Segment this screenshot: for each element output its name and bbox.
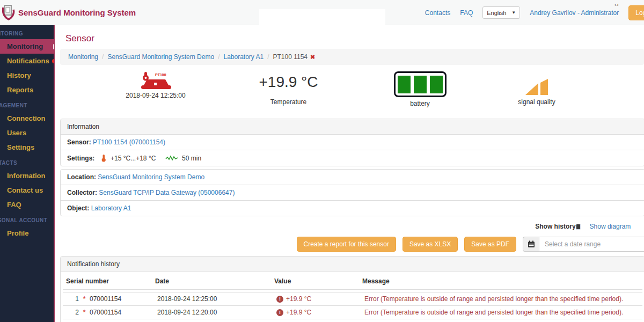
sidebar-item-label: Contact us bbox=[7, 186, 43, 194]
show-diagram-tab[interactable]: Show diagram bbox=[590, 223, 631, 230]
information-panel-title: Information bbox=[61, 119, 644, 135]
sidebar-item-faq[interactable]: FAQ bbox=[0, 197, 55, 212]
breadcrumb-monitoring[interactable]: Monitoring bbox=[68, 53, 98, 61]
row-serial: 070001154 bbox=[90, 309, 157, 316]
contacts-link[interactable]: Contacts bbox=[425, 9, 450, 17]
table-row[interactable]: 1 * 070001154 2018-09-24 12:25:00 !+19.9… bbox=[63, 292, 642, 305]
header-highlight bbox=[259, 9, 385, 25]
sidebar-item-contact-us[interactable]: Contact us bbox=[0, 183, 55, 197]
language-value: English bbox=[487, 10, 506, 16]
save-xlsx-button[interactable]: Save as XLSX bbox=[402, 237, 458, 252]
settings-row-label: Settings: bbox=[67, 155, 94, 162]
table-row[interactable]: 3 * 070001154 2018-09-24 12:15:00 !+19.8… bbox=[63, 319, 642, 322]
information-panel: Information Sensor: PT100 1154 (07000115… bbox=[60, 119, 644, 166]
date-range-group bbox=[523, 237, 644, 252]
brand: SensGuard Monitoring System bbox=[2, 4, 136, 20]
breadcrumb: Monitoring/SensGuard Monitoring System D… bbox=[60, 49, 644, 65]
sidebar-item-settings[interactable]: Settings bbox=[0, 140, 55, 155]
sidebar-item-connection[interactable]: Connection bbox=[0, 111, 55, 126]
row-index: 2 bbox=[68, 309, 79, 316]
signal-quality-label: signal quality bbox=[518, 98, 555, 106]
info-row-location: Location: SensGuard Monitoring System De… bbox=[61, 170, 644, 185]
sensor-timestamp: 2018-09-24 12:25:00 bbox=[126, 92, 185, 99]
object-row-label: Object: bbox=[67, 204, 89, 212]
breadcrumb-system-demo[interactable]: SensGuard Monitoring System Demo bbox=[107, 53, 214, 61]
info-row-collector: Collector: SensGuard TCP/IP Data Gateway… bbox=[61, 185, 644, 200]
brand-logo-icon bbox=[2, 4, 15, 20]
info-row-sensor: Sensor: PT100 1154 (070001154) bbox=[61, 135, 644, 150]
sidebar-item-label: Settings bbox=[7, 143, 34, 151]
notification-history-panel: Notification history Serial number Date … bbox=[60, 256, 644, 322]
app-title: SensGuard Monitoring System bbox=[18, 8, 136, 17]
signal-quality-icon bbox=[524, 78, 549, 96]
temperature-label: Temperature bbox=[270, 98, 306, 106]
info-row-settings: Settings: +15 °C...+18 °C 50 min bbox=[61, 150, 644, 166]
mouse-cursor-artifact bbox=[576, 224, 581, 230]
asterisk-icon: * bbox=[79, 309, 90, 316]
row-date: 2018-09-24 12:20:00 bbox=[157, 309, 276, 316]
row-message: Error (Temperature is outside of range a… bbox=[364, 309, 637, 316]
table-row[interactable]: 2 * 070001154 2018-09-24 12:20:00 !+19.9… bbox=[63, 305, 642, 319]
row-message: Error (Temperature is outside of range a… bbox=[364, 295, 637, 303]
actions-row: Create a report for this sensor Save as … bbox=[60, 237, 644, 252]
sidebar-item-label: Connection bbox=[7, 114, 46, 122]
sidebar-item-profile[interactable]: Profile bbox=[0, 226, 55, 240]
sidebar-section-personal-account: PERSONAL ACCOUNT bbox=[0, 212, 55, 226]
notification-history-title: Notification history bbox=[61, 257, 644, 272]
battery-icon bbox=[394, 71, 447, 97]
column-date: Date bbox=[155, 277, 274, 285]
sidebar-item-history[interactable]: History bbox=[0, 68, 55, 83]
top-bar: SensGuard Monitoring System Contacts FAQ… bbox=[0, 0, 644, 25]
location-link[interactable]: SensGuard Monitoring System Demo bbox=[98, 173, 204, 181]
page-title: Sensor bbox=[65, 33, 644, 44]
logout-button[interactable]: Logout bbox=[628, 5, 644, 20]
sidebar-item-notifications[interactable]: Notifications bbox=[0, 54, 55, 68]
sidebar-item-monitoring[interactable]: Monitoring bbox=[0, 39, 55, 54]
sidebar-item-label: FAQ bbox=[7, 201, 21, 209]
close-icon[interactable]: ✖ bbox=[310, 54, 315, 60]
column-message: Message bbox=[362, 277, 390, 285]
row-serial: 070001154 bbox=[90, 295, 157, 303]
error-icon: ! bbox=[276, 296, 283, 303]
svg-text:PT100: PT100 bbox=[155, 73, 166, 77]
faq-link[interactable]: FAQ bbox=[460, 9, 473, 17]
show-history-tab[interactable]: Show history bbox=[535, 223, 575, 230]
settings-interval: 50 min bbox=[182, 155, 201, 162]
sensor-link[interactable]: PT100 1154 (070001154) bbox=[93, 138, 165, 146]
thermometer-icon bbox=[101, 154, 107, 162]
battery-label: battery bbox=[410, 100, 430, 107]
sidebar-item-reports[interactable]: Reports bbox=[0, 83, 55, 97]
row-index: 1 bbox=[68, 295, 79, 303]
sidebar-section-contacts: CONTACTS bbox=[0, 155, 55, 169]
table-header: Serial number Date Value Message bbox=[61, 272, 644, 285]
calendar-icon[interactable] bbox=[523, 237, 539, 252]
resize-cursor-artifact: ↔ bbox=[613, 0, 620, 8]
sidebar-item-users[interactable]: Users bbox=[0, 126, 55, 140]
location-row-label: Location: bbox=[67, 173, 96, 181]
language-select[interactable]: English ▼ bbox=[482, 6, 520, 19]
sidebar-item-information[interactable]: Information bbox=[0, 169, 55, 183]
asterisk-icon: * bbox=[79, 295, 90, 303]
user-profile-link[interactable]: Andrey Gavrilov - Administrator bbox=[530, 9, 619, 17]
date-range-input[interactable] bbox=[539, 237, 644, 252]
chevron-down-icon: ▼ bbox=[511, 10, 516, 15]
sensor-display: PT100 2018-09-24 12:25:00 +19.9 °C Tempe… bbox=[60, 69, 644, 109]
sidebar-item-label: Users bbox=[7, 129, 26, 137]
object-link[interactable]: Laboratory A1 bbox=[91, 204, 131, 212]
main-content: Sensor Monitoring/SensGuard Monitoring S… bbox=[55, 25, 644, 322]
sidebar-item-label: Notifications bbox=[7, 57, 49, 65]
collector-link[interactable]: SensGuard TCP/IP Data Gateway (050006647… bbox=[99, 189, 235, 196]
row-date: 2018-09-24 12:25:00 bbox=[157, 295, 276, 303]
sidebar-item-label: Profile bbox=[7, 229, 28, 237]
create-report-button[interactable]: Create a report for this sensor bbox=[297, 237, 396, 252]
breadcrumb-laboratory[interactable]: Laboratory A1 bbox=[223, 53, 264, 61]
column-value: Value bbox=[274, 277, 362, 285]
sidebar: MONITORING Monitoring Notifications Hist… bbox=[0, 25, 55, 322]
sidebar-item-label: Reports bbox=[7, 86, 33, 94]
save-pdf-button[interactable]: Save as PDF bbox=[464, 237, 516, 252]
collector-row-label: Collector: bbox=[67, 189, 97, 196]
info-row-object: Object: Laboratory A1 bbox=[61, 200, 644, 216]
breadcrumb-current-sensor: PT100 1154 bbox=[273, 53, 308, 61]
sidebar-item-label: History bbox=[7, 71, 31, 79]
sidebar-section-management: MANAGEMENT bbox=[0, 97, 55, 111]
